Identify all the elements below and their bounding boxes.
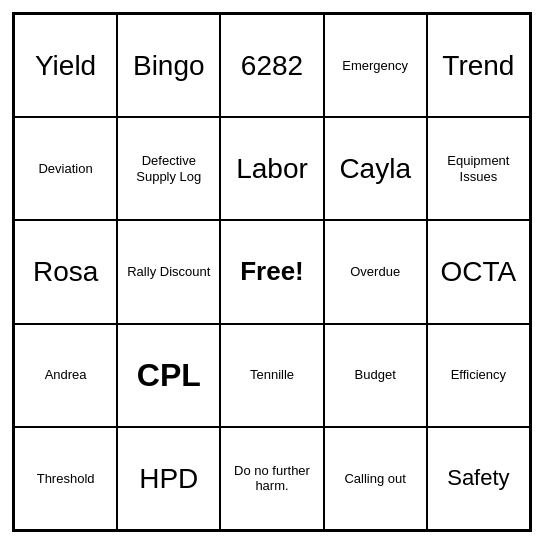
bingo-cell-20: Threshold [14,427,117,530]
bingo-cell-21: HPD [117,427,220,530]
bingo-cell-9: Equipment Issues [427,117,530,220]
bingo-cell-16: CPL [117,324,220,427]
bingo-cell-11: Rally Discount [117,220,220,323]
bingo-cell-18: Budget [324,324,427,427]
bingo-cell-14: OCTA [427,220,530,323]
bingo-cell-22: Do no further harm. [220,427,323,530]
bingo-cell-2: 6282 [220,14,323,117]
bingo-cell-7: Labor [220,117,323,220]
bingo-cell-12: Free! [220,220,323,323]
bingo-cell-6: Defective Supply Log [117,117,220,220]
bingo-cell-8: Cayla [324,117,427,220]
bingo-cell-10: Rosa [14,220,117,323]
bingo-cell-15: Andrea [14,324,117,427]
bingo-cell-24: Safety [427,427,530,530]
bingo-cell-0: Yield [14,14,117,117]
bingo-cell-1: Bingo [117,14,220,117]
bingo-cell-19: Efficiency [427,324,530,427]
bingo-cell-4: Trend [427,14,530,117]
bingo-cell-17: Tennille [220,324,323,427]
bingo-cell-5: Deviation [14,117,117,220]
bingo-cell-23: Calling out [324,427,427,530]
bingo-card: YieldBingo6282EmergencyTrendDeviationDef… [12,12,532,532]
bingo-cell-13: Overdue [324,220,427,323]
bingo-cell-3: Emergency [324,14,427,117]
